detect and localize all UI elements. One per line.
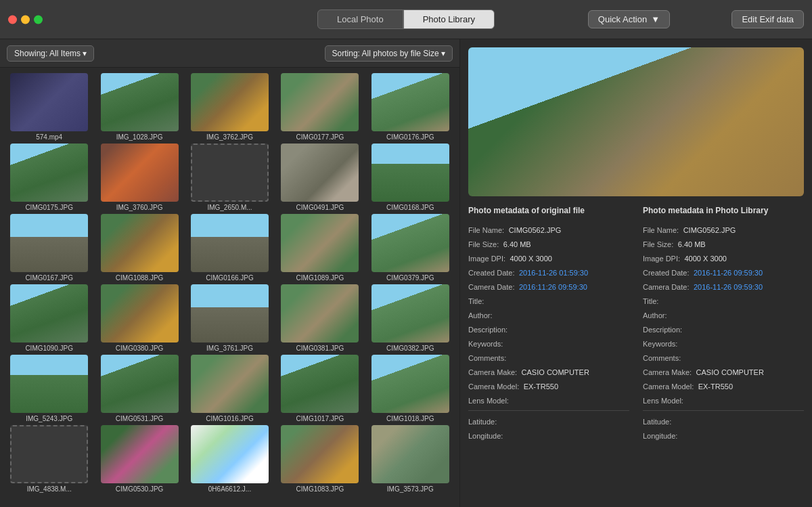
photo-label: IMG_3760.JPG: [116, 204, 163, 211]
right-comments: Comments:: [643, 351, 804, 363]
right-filename: File Name: CIMG0562.JPG: [643, 223, 804, 236]
photo-thumbnail: [10, 144, 88, 202]
photo-thumbnail: [191, 425, 269, 483]
photo-label: IMG_3762.JPG: [206, 133, 253, 141]
photo-thumbnail: [191, 144, 269, 202]
right-title: Title:: [643, 294, 804, 307]
left-filesize: File Size: 6.40 MB: [468, 238, 629, 250]
photo-thumbnail: [281, 284, 359, 343]
photo-thumbnail: [191, 284, 269, 343]
photo-item[interactable]: CIMG0177.JPG: [276, 73, 363, 141]
showing-label: Showing: All Items ▾: [14, 49, 87, 58]
photo-thumbnail: [371, 73, 449, 131]
photo-item[interactable]: CIMG0381.JPG: [276, 284, 363, 352]
photo-item[interactable]: CIMG1089.JPG: [276, 214, 363, 282]
photo-label: CIMG0382.JPG: [386, 345, 434, 352]
left-filename: File Name: CIMG0562.JPG: [468, 223, 629, 236]
photo-item[interactable]: IMG_3762.JPG: [186, 73, 273, 141]
photo-label: CIMG0167.JPG: [25, 274, 73, 282]
left-cameradate: Camera Date: 2016:11:26 09:59:30: [468, 280, 629, 292]
photo-item[interactable]: IMG_1028.JPG: [95, 73, 183, 141]
right-description: Description:: [643, 323, 804, 335]
photo-item[interactable]: IMG_3573.JPG: [367, 425, 454, 493]
photo-label: IMG_4838.M...: [27, 485, 72, 493]
photo-item[interactable]: CIMG1016.JPG: [186, 355, 273, 422]
left-cameramodel: Camera Model: EX-TR550: [468, 380, 629, 392]
close-button[interactable]: [8, 15, 17, 24]
photo-item[interactable]: CIMG0168.JPG: [367, 144, 454, 211]
right-longitude: Longitude:: [643, 429, 804, 441]
tab-group: Local Photo Photo Library: [317, 9, 495, 29]
photo-label: IMG_5243.JPG: [26, 415, 72, 422]
photo-item[interactable]: CIMG0531.JPG: [95, 355, 183, 422]
photo-label: CIMG0168.JPG: [386, 204, 434, 211]
photo-thumbnail: [371, 425, 449, 483]
photo-item[interactable]: CIMG0175.JPG: [5, 144, 93, 211]
photo-item[interactable]: 574.mp4: [5, 73, 93, 141]
photo-item[interactable]: CIMG0166.JPG: [186, 214, 273, 282]
photo-label: CIMG1083.JPG: [296, 485, 344, 493]
left-createddate: Created Date: 2016-11-26 01:59:30: [468, 266, 629, 278]
meta-left-header: Photo metadata of original file File Nam…: [468, 206, 629, 443]
photo-thumbnail: [371, 144, 449, 202]
tab-local-photo[interactable]: Local Photo: [317, 9, 403, 29]
photo-item[interactable]: IMG_4838.M...: [5, 425, 93, 493]
photo-item[interactable]: CIMG0380.JPG: [95, 284, 183, 352]
photo-label: CIMG0381.JPG: [296, 345, 344, 352]
right-cameramodel: Camera Model: EX-TR550: [643, 380, 804, 392]
photo-item[interactable]: CIMG0530.JPG: [95, 425, 183, 493]
edit-exif-button[interactable]: Edit Exif data: [731, 10, 804, 28]
photo-label: CIMG0177.JPG: [296, 133, 344, 141]
photo-label: CIMG0530.JPG: [116, 485, 164, 493]
right-lensmodel: Lens Model:: [643, 394, 804, 406]
photo-item[interactable]: IMG_2650.M...: [186, 144, 273, 211]
photo-item[interactable]: CIMG1090.JPG: [5, 284, 93, 352]
left-panel: Showing: All Items ▾ Sorting: All photos…: [0, 39, 460, 507]
minimize-button[interactable]: [21, 15, 30, 24]
photo-label: IMG_2650.M...: [207, 204, 252, 211]
left-longitude: Longitude:: [468, 429, 629, 441]
photo-thumbnail: [191, 214, 269, 272]
right-cameradate: Camera Date: 2016-11-26 09:59:30: [643, 280, 804, 292]
photo-thumbnail: [101, 214, 179, 272]
photo-label: CIMG0166.JPG: [206, 274, 254, 282]
sort-dropdown[interactable]: Sorting: All photos by file Size ▾: [325, 45, 453, 62]
photo-thumbnail: [371, 214, 449, 272]
photo-item[interactable]: CIMG1017.JPG: [276, 355, 363, 422]
right-cameramake: Camera Make: CASIO COMPUTER: [643, 366, 804, 378]
photo-item[interactable]: 0H6A6612.J...: [186, 425, 273, 493]
photo-item[interactable]: CIMG0379.JPG: [367, 214, 454, 282]
quick-action-button[interactable]: Quick Action ▼: [588, 10, 670, 28]
photo-label: 0H6A6612.J...: [208, 485, 251, 493]
photo-item[interactable]: CIMG1018.JPG: [367, 355, 454, 422]
tab-photo-library[interactable]: Photo Library: [403, 9, 495, 29]
photo-thumbnail: [191, 73, 269, 131]
photo-thumbnail: [191, 355, 269, 413]
photo-label: CIMG0176.JPG: [386, 133, 434, 141]
photo-thumbnail: [101, 425, 179, 483]
photo-thumbnail: [371, 355, 449, 413]
photo-thumbnail: [281, 144, 359, 202]
photo-item[interactable]: CIMG1088.JPG: [95, 214, 183, 282]
left-keywords: Keywords:: [468, 337, 629, 349]
photo-thumbnail: [281, 214, 359, 272]
photo-item[interactable]: CIMG0491.JPG: [276, 144, 363, 211]
photo-item[interactable]: CIMG0176.JPG: [367, 73, 454, 141]
photo-thumbnail: [281, 355, 359, 413]
photo-thumbnail: [371, 284, 449, 343]
maximize-button[interactable]: [34, 15, 43, 24]
photo-item[interactable]: IMG_5243.JPG: [5, 355, 93, 422]
photo-thumbnail: [101, 355, 179, 413]
photo-item[interactable]: CIMG0167.JPG: [5, 214, 93, 282]
photo-item[interactable]: IMG_3761.JPG: [186, 284, 273, 352]
photo-item[interactable]: IMG_3760.JPG: [95, 144, 183, 211]
photo-item[interactable]: CIMG0382.JPG: [367, 284, 454, 352]
photo-thumbnail: [10, 284, 88, 343]
photo-item[interactable]: CIMG1083.JPG: [276, 425, 363, 493]
showing-dropdown[interactable]: Showing: All Items ▾: [7, 45, 94, 62]
left-cameramake: Camera Make: CASIO COMPUTER: [468, 366, 629, 378]
photo-label: CIMG0491.JPG: [296, 204, 344, 211]
left-description: Description:: [468, 323, 629, 335]
left-imagedpi: Image DPI: 4000 X 3000: [468, 252, 629, 264]
photo-label: CIMG0379.JPG: [386, 274, 434, 282]
